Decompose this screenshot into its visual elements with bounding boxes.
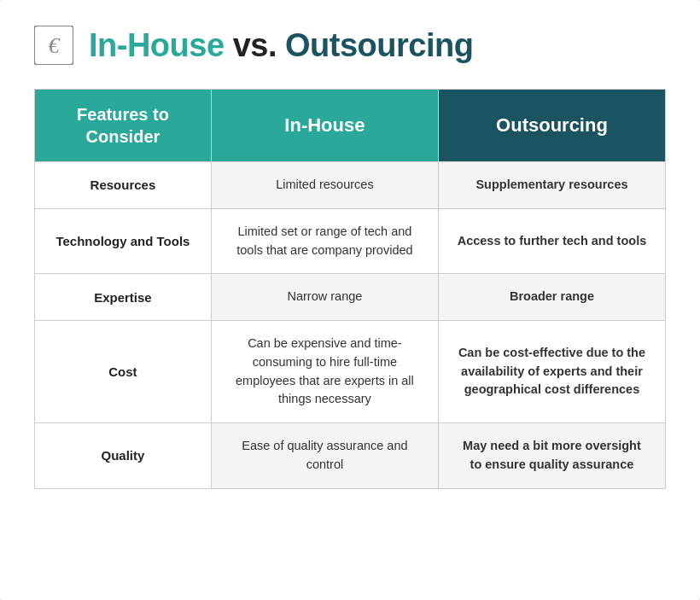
page-title: In-House vs. Outsourcing [89, 27, 473, 64]
th-outsourcing: Outsourcing [438, 90, 665, 162]
outsourcing-value: May need a bit more oversight to ensure … [438, 423, 665, 489]
table-header-row: Features to Consider In-House Outsourcin… [35, 90, 666, 162]
table-row: ExpertiseNarrow rangeBroader range [35, 274, 666, 321]
svg-text:€: € [49, 33, 61, 58]
comparison-table: Features to Consider In-House Outsourcin… [34, 89, 666, 489]
page-header: € In-House vs. Outsourcing [34, 26, 666, 65]
outsourcing-value: Access to further tech and tools [438, 208, 665, 274]
feature-label: Quality [35, 423, 212, 489]
title-vs: vs. [233, 27, 277, 63]
outsourcing-value: Supplementary resources [438, 162, 665, 209]
inhouse-value: Ease of quality assurance and control [211, 423, 438, 489]
th-features: Features to Consider [35, 90, 212, 162]
outsourcing-value: Can be cost-effective due to the availab… [438, 321, 665, 423]
feature-label: Technology and Tools [35, 208, 212, 274]
table-row: ResourcesLimited resourcesSupplementary … [35, 162, 666, 209]
feature-label: Cost [35, 321, 212, 423]
inhouse-value: Limited resources [211, 162, 438, 209]
table-row: CostCan be expensive and time-consuming … [35, 321, 666, 423]
feature-label: Expertise [35, 274, 212, 321]
inhouse-value: Limited set or range of tech and tools t… [211, 208, 438, 274]
table-row: Technology and ToolsLimited set or range… [35, 208, 666, 274]
title-outsourcing: Outsourcing [285, 27, 473, 63]
main-card: € In-House vs. Outsourcing Features to C… [0, 0, 700, 600]
outsourcing-value: Broader range [438, 274, 665, 321]
feature-label: Resources [35, 162, 212, 209]
title-inhouse: In-House [89, 27, 225, 63]
inhouse-value: Can be expensive and time-consuming to h… [211, 321, 438, 423]
th-inhouse: In-House [211, 90, 438, 162]
inhouse-value: Narrow range [211, 274, 438, 321]
table-row: QualityEase of quality assurance and con… [35, 423, 666, 489]
brand-logo-icon: € [34, 26, 73, 65]
